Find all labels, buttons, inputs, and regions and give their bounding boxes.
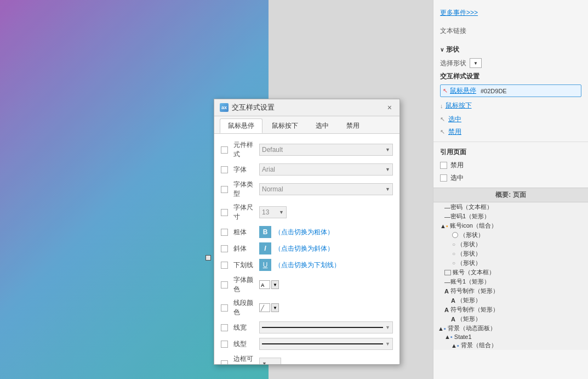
disabled-row[interactable]: ↖ 禁用 xyxy=(433,126,588,138)
checkbox-italic[interactable] xyxy=(221,245,228,252)
select-row[interactable]: ↖ 选中 xyxy=(433,113,588,126)
italic-toggle-link[interactable]: （点击切换为斜体） xyxy=(275,244,334,253)
shape-selector-arrow: ▼ xyxy=(473,61,478,66)
bold-toggle-link[interactable]: （点击切换为粗体） xyxy=(275,228,334,237)
tree-item-shape3[interactable]: ○ （形状） xyxy=(433,249,588,258)
line-width-preview[interactable]: ▼ xyxy=(259,321,393,333)
mouse-hover-link[interactable]: 鼠标悬停 xyxy=(450,86,476,95)
line-color-arrow[interactable]: ▼ xyxy=(271,303,279,312)
mouse-hover-color: #02D9DE xyxy=(481,88,507,94)
tab-mouse-down[interactable]: 鼠标按下 xyxy=(264,118,306,133)
checkbox-font-size[interactable] xyxy=(221,209,228,216)
checkbox-border-visibility[interactable] xyxy=(221,360,228,365)
folder-icon-group: ▪ xyxy=(457,342,459,349)
tree-item-shape1[interactable]: （形状） xyxy=(433,230,588,240)
tree-item-password1-rect[interactable]: — 密码1（矩形） xyxy=(433,212,588,221)
line-type-preview[interactable]: ▼ xyxy=(259,338,393,350)
line-width-arrow: ▼ xyxy=(385,325,390,330)
tree-item-bg-dynamic[interactable]: ▲ ▪ 背景（动态面板） xyxy=(433,324,588,333)
label-line-type: 线型 xyxy=(233,340,247,349)
label-font-color: 字体颜色 xyxy=(233,275,259,294)
dialog-content: 元件样式 Default ▼ 字体 Arial ▼ xyxy=(214,134,399,364)
label-bold: 粗体 xyxy=(233,228,247,237)
label-italic: 斜体 xyxy=(233,244,247,253)
checkbox-line-type[interactable] xyxy=(221,341,228,348)
bold-button[interactable]: B xyxy=(259,226,271,238)
mouse-down-link[interactable]: 鼠标按下 xyxy=(446,101,472,110)
mouse-down-row[interactable]: ↓ 鼠标按下 xyxy=(440,99,581,112)
ref-select-checkbox[interactable] xyxy=(440,174,447,182)
checkbox-font[interactable] xyxy=(221,166,228,173)
select-font-size-value: 13 xyxy=(262,208,269,216)
checkbox-line-width[interactable] xyxy=(221,324,228,331)
ref-select-label: 选中 xyxy=(450,173,464,183)
label-underline: 下划线 xyxy=(233,261,253,270)
underline-toggle-link[interactable]: （点击切换为下划线） xyxy=(275,261,340,270)
tree-item-state1[interactable]: ▲ ▪ State1 xyxy=(433,333,588,341)
tree-header: 概要: 页面 xyxy=(433,188,588,202)
ref-select-row: 选中 xyxy=(433,172,588,184)
tree-item-symbol-rect2[interactable]: A 符号制作（矩形） xyxy=(433,305,588,314)
line-color-control: ╱ ▼ xyxy=(259,303,279,312)
row-font-type: 字体类型 Normal ▼ xyxy=(214,178,399,201)
tree-item-account-icon-group[interactable]: ▲ ▪ 账号icon（组合） xyxy=(433,221,588,230)
shape-selector[interactable]: ▼ xyxy=(470,58,482,68)
tree-item-symbol-rect1[interactable]: A 符号制作（矩形） xyxy=(433,286,588,296)
row-line-color: 线段颜色 ╱ ▼ xyxy=(214,296,399,319)
row-font-size: 字体尺寸 13 ▼ xyxy=(214,201,399,224)
select-border-visibility[interactable]: ▼ xyxy=(259,358,281,364)
checkbox-component-style[interactable] xyxy=(221,146,228,154)
tree-item-account-text[interactable]: 账号（文本框） xyxy=(433,268,588,277)
label-font-type: 字体类型 xyxy=(233,180,259,199)
tree-item-password-text[interactable]: — 密码（文本框） xyxy=(433,202,588,212)
tree-item-rect2[interactable]: A （矩形） xyxy=(433,314,588,324)
cursor-down-icon: ↓ xyxy=(440,103,443,109)
tree-item-rect1[interactable]: A （矩形） xyxy=(433,296,588,305)
label-border-visibility: 边框可见性 xyxy=(233,354,259,364)
tree-section: 概要: 页面 — 密码（文本框） — 密码1（矩形） ▲ ▪ 账号icon（组合… xyxy=(433,188,588,350)
right-panel: 更多事件>>> 文本链接 ∨ 形状 选择形状 ▼ 交互样式设置 ↖ 鼠标悬停 #… xyxy=(433,0,588,379)
row-underline: 下划线 U （点击切换为下划线） xyxy=(214,257,399,273)
font-select-arrow: ▼ xyxy=(385,167,390,172)
radio-icon-4: ○ xyxy=(452,260,455,266)
font-color-swatch[interactable]: A xyxy=(259,280,270,289)
row-line-width: 线宽 ▼ xyxy=(214,319,399,336)
text-link-label: 文本链接 xyxy=(440,26,466,36)
more-events-link[interactable]: 更多事件>>> xyxy=(440,8,478,18)
tree-item-account1-rect[interactable]: — 账号1（矩形） xyxy=(433,277,588,286)
border-visibility-arrow: ▼ xyxy=(262,361,267,364)
select-font[interactable]: Arial ▼ xyxy=(259,163,393,176)
mouse-hover-row[interactable]: ↖ 鼠标悬停 #02D9DE xyxy=(440,84,581,97)
select-font-size[interactable]: 13 ▼ xyxy=(259,206,287,218)
tab-mouse-hover[interactable]: 鼠标悬停 xyxy=(220,118,262,133)
dialog-icon: ax xyxy=(220,103,229,112)
select-component-style[interactable]: Default ▼ xyxy=(259,144,393,156)
tree-item-shape2[interactable]: ○ （形状） xyxy=(433,240,588,249)
checkbox-font-type[interactable] xyxy=(221,186,228,193)
select-font-type[interactable]: Normal ▼ xyxy=(259,183,393,195)
tab-disabled[interactable]: 禁用 xyxy=(338,118,368,133)
tab-select[interactable]: 选中 xyxy=(307,118,337,133)
disabled-cursor-icon: ↖ xyxy=(440,128,445,135)
checkbox-bold[interactable] xyxy=(221,229,228,236)
ref-disabled-row: 禁用 xyxy=(433,159,588,172)
underline-button[interactable]: U xyxy=(259,259,271,271)
checkbox-underline[interactable] xyxy=(221,262,228,269)
select-font-type-value: Normal xyxy=(262,185,283,193)
row-line-type: 线型 ▼ xyxy=(214,336,399,352)
dialog-close-button[interactable]: × xyxy=(385,103,394,112)
row-component-style: 元件样式 Default ▼ xyxy=(214,138,399,161)
disabled-link[interactable]: 禁用 xyxy=(448,127,461,137)
checkbox-font-color[interactable] xyxy=(221,281,228,289)
font-color-arrow[interactable]: ▼ xyxy=(271,280,279,289)
line-color-swatch[interactable]: ╱ xyxy=(259,303,270,312)
font-type-select-arrow: ▼ xyxy=(385,186,390,192)
select-link[interactable]: 选中 xyxy=(448,115,461,124)
tree-item-shape4[interactable]: ○ （形状） xyxy=(433,258,588,268)
checkbox-line-color[interactable] xyxy=(221,304,228,312)
tree-item-bg-group[interactable]: ▲ ▪ 背景（组合） xyxy=(433,341,588,350)
italic-button[interactable]: I xyxy=(259,242,271,254)
ref-disabled-checkbox[interactable] xyxy=(440,162,447,169)
dialog-titlebar: ax 交互样式设置 × xyxy=(214,99,399,116)
radio-icon-2: ○ xyxy=(452,241,455,247)
